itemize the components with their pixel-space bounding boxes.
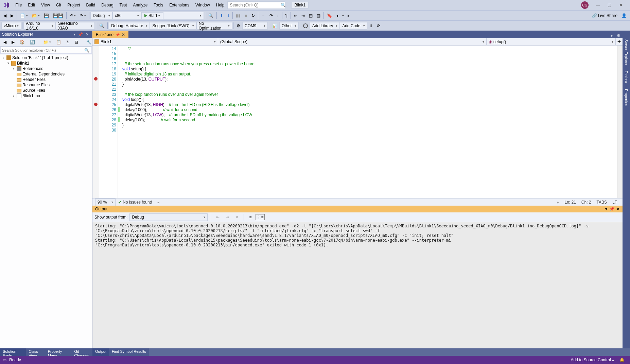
menu-window[interactable]: Window: [192, 2, 213, 8]
sol-scope-button[interactable]: 📁▾: [41, 39, 53, 45]
solution-root[interactable]: ▸Solution 'Blink1' (1 of 1 project): [0, 55, 92, 60]
output-next-button[interactable]: ⇥: [224, 214, 231, 220]
close-button[interactable]: ✕: [616, 1, 626, 9]
zoom-dropdown[interactable]: 90 %▾: [95, 198, 116, 206]
board-search-button[interactable]: 🔍: [97, 23, 106, 29]
code-editor[interactable]: 1415161718192021222324252627282930 */ //…: [92, 46, 623, 198]
vertical-scrollbar[interactable]: [617, 46, 623, 198]
panel-dropdown-icon[interactable]: ▾: [73, 32, 75, 37]
toolbox-tab[interactable]: Toolbox: [624, 69, 629, 86]
output-wrap-button[interactable]: ≡: [247, 214, 253, 220]
undo-button[interactable]: ↶▾: [68, 13, 78, 19]
panel-pin-icon[interactable]: 📌: [78, 32, 83, 37]
search-box[interactable]: 🔍: [227, 1, 285, 9]
breakpoint-icon[interactable]: [94, 77, 98, 81]
output-prev-button[interactable]: ⇤: [214, 214, 222, 220]
output-source-dropdown[interactable]: Debug▾: [129, 213, 208, 221]
step-into-button[interactable]: ⬇: [218, 13, 225, 19]
step-over-button[interactable]: ⤵: [225, 13, 231, 19]
sol-fwd-button[interactable]: ▶: [10, 39, 17, 45]
char-indicator[interactable]: Ch: 2: [579, 200, 594, 205]
nav-scope-dropdown[interactable]: (Global Scope)▾: [218, 38, 487, 45]
start-button[interactable]: Start▾: [141, 12, 163, 19]
user-avatar[interactable]: CG: [581, 1, 589, 9]
minimize-button[interactable]: —: [593, 1, 603, 9]
tab-pin-icon[interactable]: 📌: [116, 33, 120, 37]
solution-explorer-title[interactable]: Solution Explorer ▾ 📌 ✕: [0, 31, 92, 38]
output-text[interactable]: Starting: "C:\ProgramData\vmicro\tools\o…: [92, 222, 623, 348]
bookmark-next-button[interactable]: ▸: [346, 13, 352, 19]
sol-show-all-button[interactable]: 📋: [54, 39, 63, 45]
optimization-dropdown[interactable]: No Optimization▾: [196, 22, 232, 30]
step-out-button[interactable]: ↑: [275, 13, 281, 19]
tab-settings-icon[interactable]: ⚙: [615, 33, 623, 38]
output-clear-button[interactable]: ✕: [233, 214, 241, 220]
sol-refresh-button[interactable]: ↻: [64, 39, 72, 45]
bookmark-button[interactable]: 🔖: [325, 13, 334, 19]
other-dropdown[interactable]: Other▾: [279, 22, 299, 30]
add-library-dropdown[interactable]: Add Library▾: [310, 22, 340, 30]
vmicro-menu[interactable]: vMicro▾: [1, 22, 21, 30]
pause-button[interactable]: ▮▮: [234, 13, 243, 19]
tree-node-external-deps[interactable]: External Dependencies: [0, 71, 92, 77]
open-button[interactable]: 📂▾: [30, 13, 42, 19]
sol-back-button[interactable]: ◀: [1, 39, 8, 45]
feedback-button[interactable]: 👤: [619, 13, 629, 19]
solution-explorer-tab[interactable]: Solution Explo…: [0, 348, 26, 356]
redo-button[interactable]: ↷▾: [78, 13, 88, 19]
panel-close-icon[interactable]: ✕: [86, 32, 89, 37]
property-manager-tab[interactable]: Property Mana…: [45, 348, 72, 356]
menu-project[interactable]: Project: [64, 2, 83, 8]
debug-mode-dropdown[interactable]: Debug: Hardware▾: [109, 22, 150, 30]
panel-close-icon[interactable]: ✕: [616, 207, 620, 211]
tree-node-source-files[interactable]: Source Files: [0, 88, 92, 93]
new-item-button[interactable]: 📄▾: [18, 13, 30, 19]
serial-monitor-button[interactable]: 📊: [270, 23, 279, 29]
lineending-indicator[interactable]: LF: [610, 200, 620, 205]
properties-tab[interactable]: Properties: [624, 87, 629, 108]
class-view-tab[interactable]: Class View: [26, 348, 45, 356]
platform-dropdown[interactable]: x86▾: [112, 12, 141, 19]
menu-test[interactable]: Test: [117, 2, 130, 8]
tree-node-file[interactable]: ▸Blink1.ino: [0, 93, 92, 99]
nav-fwd-button[interactable]: ▶: [8, 13, 16, 19]
line-indicator[interactable]: Ln: 21: [562, 200, 578, 205]
menu-edit[interactable]: Edit: [25, 2, 38, 8]
output-tab[interactable]: Output: [92, 348, 109, 356]
upload-button[interactable]: ⬆: [367, 23, 375, 29]
menu-analyze[interactable]: Analyze: [130, 2, 151, 8]
menu-view[interactable]: View: [38, 2, 53, 8]
add-code-dropdown[interactable]: Add Code▾: [340, 22, 367, 30]
indent-inc-button[interactable]: ⇥: [299, 13, 307, 19]
output-options-button[interactable]: ⋮≡: [256, 214, 265, 220]
toggle-ws-button[interactable]: ¶: [283, 13, 290, 19]
menu-git[interactable]: Git: [53, 2, 64, 8]
sol-collapse-button[interactable]: ⊟: [73, 39, 80, 45]
sol-home-button[interactable]: 🏠: [18, 39, 27, 45]
git-changes-tab[interactable]: Git Changes: [72, 348, 92, 356]
find-symbol-results-tab[interactable]: Find Symbol Results: [109, 348, 149, 356]
server-explorer-tab[interactable]: Server Explorer: [624, 37, 629, 67]
build-button[interactable]: ⚙: [234, 23, 242, 29]
project-node[interactable]: ▾Blink1: [0, 60, 92, 66]
menu-tools[interactable]: Tools: [151, 2, 166, 8]
bookmark-prev-button[interactable]: ◂: [334, 13, 340, 19]
live-share-button[interactable]: 🔗 Live Share: [590, 13, 619, 19]
debugger-dropdown[interactable]: Segger JLink (SWD)▾: [150, 22, 196, 30]
breakpoint-icon[interactable]: [94, 103, 98, 106]
menu-build[interactable]: Build: [83, 2, 99, 8]
nav-back-button[interactable]: ◀: [1, 13, 8, 19]
panel-dropdown-icon[interactable]: ▾: [605, 207, 607, 211]
sol-properties-button[interactable]: 🔧: [84, 39, 93, 45]
menu-help[interactable]: Help: [213, 2, 228, 8]
tree-node-header-files[interactable]: Header Files: [0, 77, 92, 82]
bookmark-toggle-button[interactable]: ▪: [340, 13, 346, 19]
uncomment-button[interactable]: ▥: [315, 13, 322, 19]
debug-target-dropdown[interactable]: ▾: [163, 12, 204, 19]
stop-button[interactable]: ■: [243, 13, 249, 19]
indent-dec-button[interactable]: ⇤: [292, 13, 299, 19]
step-into2-button[interactable]: →: [259, 13, 267, 19]
maximize-button[interactable]: ▢: [604, 1, 614, 9]
menu-debug[interactable]: Debug: [98, 2, 116, 8]
tab-close-icon[interactable]: ✕: [122, 32, 125, 37]
